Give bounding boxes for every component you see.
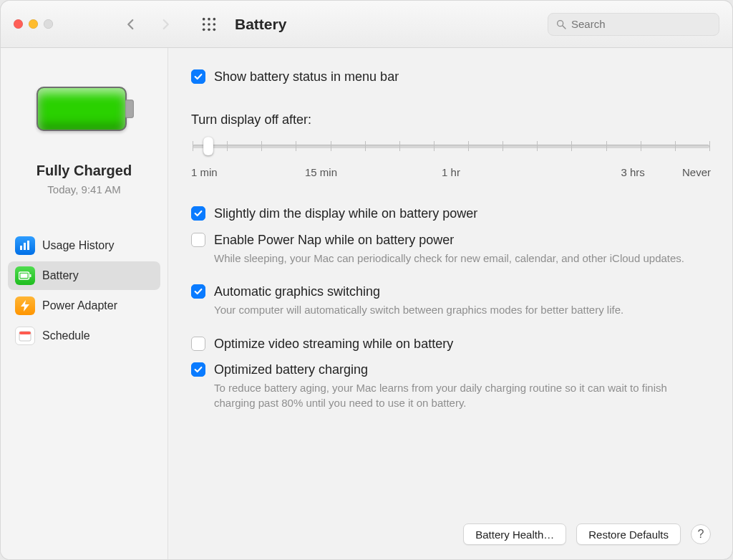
- sidebar-nav: Usage History Battery Power Adapter: [8, 231, 160, 350]
- search-icon: [555, 19, 567, 30]
- slider-tick: [537, 141, 538, 151]
- slider-tick: [571, 141, 572, 151]
- slider-tick-label: 3 hrs: [621, 166, 644, 178]
- option-label: Show battery status in menu bar: [214, 68, 399, 85]
- slider-tick: [503, 141, 503, 151]
- option-description: While sleeping, your Mac can periodicall…: [214, 251, 684, 266]
- nav-buttons: [122, 15, 175, 34]
- svg-point-6: [203, 28, 205, 31]
- battery-health-button[interactable]: Battery Health…: [463, 523, 566, 545]
- display-off-slider-block: Turn display off after: 1 min15 min1 hr3…: [191, 112, 711, 180]
- slider-tick-label: 1 min: [191, 166, 218, 178]
- battery-icon: [15, 266, 35, 285]
- streaming-checkbox[interactable]: [191, 337, 205, 351]
- calendar-icon: [15, 327, 35, 345]
- svg-point-1: [208, 17, 210, 20]
- svg-point-8: [213, 28, 216, 31]
- search-input[interactable]: [571, 18, 712, 30]
- option-label: Slightly dim the display while on batter…: [214, 205, 477, 222]
- sidebar-item-power-adapter[interactable]: Power Adapter: [8, 291, 160, 320]
- slider-label: Turn display off after:: [191, 112, 711, 127]
- sidebar-item-battery[interactable]: Battery: [8, 261, 160, 290]
- svg-rect-13: [27, 241, 29, 250]
- chevron-left-icon: [125, 18, 137, 31]
- battery-hero: Fully Charged Today, 9:41 AM: [8, 59, 160, 203]
- sidebar-item-label: Schedule: [42, 329, 90, 342]
- show-all-button[interactable]: [199, 14, 219, 34]
- check-icon: [193, 208, 203, 218]
- option-optimized-charging: Optimized battery charging To reduce bat…: [191, 357, 711, 415]
- svg-point-9: [558, 20, 563, 26]
- sidebar-item-schedule[interactable]: Schedule: [8, 322, 160, 350]
- svg-rect-12: [24, 243, 26, 250]
- option-streaming: Optimize video streaming while on batter…: [191, 331, 711, 357]
- search-field[interactable]: [548, 13, 719, 36]
- svg-rect-18: [19, 332, 31, 334]
- check-icon: [193, 365, 203, 375]
- svg-rect-15: [21, 274, 28, 278]
- slider-tick: [261, 141, 262, 151]
- slider-tick-label: 15 min: [305, 166, 337, 178]
- slider-tick-labels: 1 min15 min1 hr3 hrsNever: [191, 166, 711, 180]
- slider-tick: [606, 141, 607, 151]
- option-label: Optimize video streaming while on batter…: [214, 335, 453, 352]
- charge-status: Fully Charged: [37, 163, 132, 179]
- battery-status-icon: [31, 81, 138, 138]
- charge-timestamp: Today, 9:41 AM: [47, 183, 120, 195]
- slider-tick: [331, 141, 331, 151]
- display-off-slider[interactable]: [193, 137, 709, 155]
- check-icon: [193, 286, 203, 296]
- show-status-checkbox[interactable]: [191, 69, 205, 84]
- dim-checkbox[interactable]: [191, 206, 205, 221]
- preferences-window: Battery Fully Charged Today, 9:41 AM: [0, 0, 733, 560]
- svg-line-10: [563, 26, 565, 29]
- svg-point-0: [203, 17, 205, 20]
- powernap-checkbox[interactable]: [191, 233, 205, 247]
- svg-rect-16: [30, 274, 31, 277]
- back-button[interactable]: [122, 15, 140, 34]
- close-window-button[interactable]: [14, 19, 23, 29]
- slider-tick: [675, 141, 676, 151]
- slider-tick: [641, 141, 641, 151]
- svg-point-7: [208, 28, 210, 31]
- svg-point-3: [203, 23, 205, 26]
- bolt-icon: [15, 296, 35, 315]
- slider-tick: [227, 141, 228, 151]
- slider-tick: [296, 141, 296, 151]
- graphics-checkbox[interactable]: [191, 284, 205, 299]
- option-dim: Slightly dim the display while on batter…: [191, 201, 711, 226]
- titlebar: Battery: [1, 1, 732, 48]
- slider-tick: [193, 141, 193, 151]
- forward-button: [156, 15, 175, 34]
- footer: Battery Health… Restore Defaults ?: [191, 512, 711, 545]
- option-show-status: Show battery status in menu bar: [191, 64, 711, 90]
- optimized-charging-checkbox[interactable]: [191, 362, 205, 377]
- svg-rect-11: [20, 246, 22, 250]
- option-label: Enable Power Nap while on battery power: [214, 231, 684, 248]
- zoom-window-button: [44, 19, 53, 29]
- minimize-window-button[interactable]: [29, 19, 38, 29]
- svg-point-2: [213, 17, 216, 20]
- window-controls: [14, 19, 53, 29]
- main-content: Show battery status in menu bar Turn dis…: [168, 48, 732, 559]
- slider-tick: [399, 141, 400, 151]
- option-graphics: Automatic graphics switching Your comput…: [191, 279, 711, 322]
- help-button[interactable]: ?: [691, 524, 711, 544]
- option-description: Your computer will automatically switch …: [214, 303, 623, 317]
- option-powernap: Enable Power Nap while on battery power …: [191, 227, 711, 271]
- slider-tick: [468, 141, 469, 151]
- sidebar-item-label: Battery: [42, 269, 79, 282]
- svg-point-5: [213, 23, 216, 26]
- option-label: Optimized battery charging: [214, 361, 711, 378]
- window-title: Battery: [235, 16, 286, 33]
- option-description: To reduce battery aging, your Mac learns…: [214, 381, 711, 410]
- sidebar-item-usage-history[interactable]: Usage History: [8, 231, 160, 260]
- sidebar-item-label: Usage History: [42, 239, 114, 252]
- bars-icon: [15, 236, 35, 255]
- slider-track: [193, 145, 709, 148]
- restore-defaults-button[interactable]: Restore Defaults: [576, 523, 681, 545]
- slider-tick: [709, 141, 710, 151]
- sidebar-item-label: Power Adapter: [42, 299, 117, 312]
- slider-tick: [365, 141, 366, 151]
- slider-knob[interactable]: [203, 137, 213, 155]
